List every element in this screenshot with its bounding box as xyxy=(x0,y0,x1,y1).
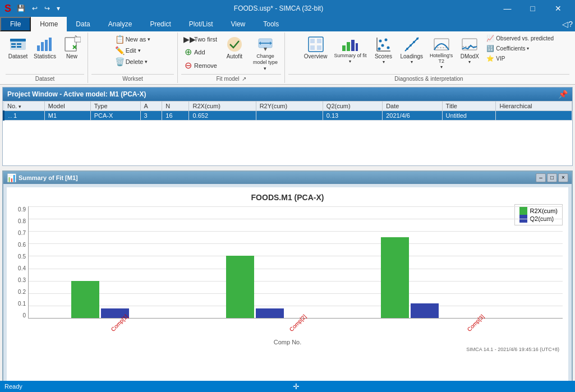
cell-dot: …1 xyxy=(4,110,45,120)
cell-title: Untitled xyxy=(442,110,496,120)
coeff-arrow: ▾ xyxy=(527,46,529,51)
vip-btn[interactable]: ⭐ VIP xyxy=(484,54,556,63)
svg-point-27 xyxy=(384,39,387,41)
table-row[interactable]: …1 M1 PCA-X 3 16 0.652 0.13 2021/4/6 Unt… xyxy=(4,110,572,120)
hotelling-label: Hotelling'sT2 xyxy=(430,53,453,64)
tab-plotlist[interactable]: Plot/List xyxy=(180,17,222,31)
svg-rect-12 xyxy=(75,37,81,42)
hotelling-btn[interactable]: Hotelling'sT2 ▾ xyxy=(427,34,455,71)
x-labels: Comp[1] Comp[2] Comp[3] xyxy=(28,320,563,328)
chart-area: FOODS.M1 (PCA-X) R2X(cum) Q2(cum) 0.9 0.… xyxy=(7,187,568,392)
two-first-btn[interactable]: ▶▶ Two first xyxy=(181,34,219,45)
tab-view[interactable]: View xyxy=(222,17,254,31)
svg-point-26 xyxy=(379,40,381,43)
col-hierarchical[interactable]: Hierarchical xyxy=(496,101,572,110)
diagnostics-group-label: Diagnostics & interpretation xyxy=(288,74,569,82)
tab-predict[interactable]: Predict xyxy=(141,17,180,31)
y-label-09: 0.9 xyxy=(12,206,26,213)
redo-quick-btn[interactable]: ↪ xyxy=(42,3,52,13)
svg-point-15 xyxy=(227,37,242,52)
scores-btn[interactable]: Scores ▾ xyxy=(371,34,396,66)
tab-data[interactable]: Data xyxy=(67,17,99,31)
new-as-arrow: ▾ xyxy=(148,36,150,42)
coeff-label: Coefficients xyxy=(496,45,525,52)
add-label: Add xyxy=(194,49,205,56)
svg-rect-4 xyxy=(17,43,21,45)
overview-btn[interactable]: Overview xyxy=(302,34,330,61)
minimize-btn[interactable]: — xyxy=(495,0,520,17)
sof-minimize-btn[interactable]: – xyxy=(536,173,546,182)
statistics-icon xyxy=(36,35,54,53)
sof-close-btn[interactable]: × xyxy=(558,173,568,182)
change-model-arrow: ▾ xyxy=(264,66,266,71)
new-as-btn[interactable]: 📋 New as ▾ xyxy=(113,34,153,45)
col-q2[interactable]: Q2(cum) xyxy=(323,101,382,110)
col-a[interactable]: A xyxy=(140,101,162,110)
tab-analyze[interactable]: Analyze xyxy=(99,17,141,31)
fitmodel-buttons: ▶▶ Two first ⊕ Add ⊖ Remove xyxy=(181,34,281,73)
add-btn[interactable]: ⊕ Add xyxy=(181,45,219,58)
project-table: No. ▾ Model Type A N R2X(cum) R2Y(cum) Q… xyxy=(3,101,572,121)
tab-home[interactable]: Home xyxy=(31,17,67,31)
col-r2x[interactable]: R2X(cum) xyxy=(189,101,256,110)
close-btn[interactable]: ✕ xyxy=(545,0,571,17)
chart-footer: SIMCA 14.1 - 2021/4/6 19:45:16 (UTC+8) xyxy=(12,345,563,353)
col-date[interactable]: Date xyxy=(383,101,442,110)
col-model[interactable]: Model xyxy=(44,101,90,110)
dataset-btn[interactable]: Dataset xyxy=(6,34,30,61)
observed-predicted-btn[interactable]: 📈 Observed vs. predicted xyxy=(484,34,556,43)
help-nav-btn[interactable]: ◁ xyxy=(562,20,568,29)
fitmodel-expand-icon[interactable]: ↗ xyxy=(242,76,246,82)
col-title[interactable]: Title xyxy=(442,101,496,110)
delete-btn[interactable]: 🗑️ Delete ▾ xyxy=(113,56,153,67)
remove-btn[interactable]: ⊖ Remove xyxy=(181,59,219,72)
dmodx-btn[interactable]: DModX ▾ xyxy=(457,34,482,66)
bar-comp1-r2x[interactable] xyxy=(71,281,99,318)
restore-btn[interactable]: □ xyxy=(520,0,545,17)
tab-file[interactable]: File xyxy=(0,17,31,31)
sof-chart-icon: 📊 xyxy=(7,173,16,182)
ribbon-group-workset: 📋 New as ▾ ✏️ Edit ▾ 🗑️ Delete ▾ xyxy=(88,33,178,83)
pin-icon[interactable]: 📌 xyxy=(558,90,568,99)
summary-icon xyxy=(341,35,359,53)
bar-comp2-q2[interactable] xyxy=(256,308,284,318)
col-r2y[interactable]: R2Y(cum) xyxy=(256,101,323,110)
cell-q2: 0.13 xyxy=(323,110,382,120)
overview-icon xyxy=(307,35,325,53)
bar-comp3-q2[interactable] xyxy=(411,303,439,318)
col-n[interactable]: N xyxy=(162,101,189,110)
svg-point-28 xyxy=(381,44,384,47)
new-dataset-btn[interactable]: New xyxy=(59,34,84,61)
ribbon-group-diagnostics: Overview Summary of fit ▾ Scores ▾ xyxy=(285,33,573,83)
project-window: Project Window - Active model: M1 (PCA-X… xyxy=(2,87,573,166)
grid-09 xyxy=(29,206,563,207)
svg-rect-19 xyxy=(317,39,321,43)
chart-title: FOODS.M1 (PCA-X) xyxy=(12,193,563,202)
cell-model: M1 xyxy=(44,110,90,120)
grid-05 xyxy=(29,256,563,256)
change-model-type-btn[interactable]: Changemodel type ▾ xyxy=(250,34,281,73)
autofit-btn[interactable]: Autofit xyxy=(220,34,249,61)
coefficients-btn[interactable]: 🔢 Coefficients ▾ xyxy=(484,44,556,53)
col-no[interactable]: No. ▾ xyxy=(4,101,45,110)
ribbon-tab-bar: File Home Data Analyze Predict Plot/List… xyxy=(0,17,575,31)
bar-comp2-r2x[interactable] xyxy=(226,256,254,318)
undo-quick-btn[interactable]: ↩ xyxy=(30,3,40,13)
hotelling-arrow: ▾ xyxy=(440,64,443,70)
col-type[interactable]: Type xyxy=(90,101,140,110)
grid-08 xyxy=(29,219,563,219)
fitmodel-col3: Changemodel type ▾ xyxy=(250,34,281,73)
summary-of-fit-btn[interactable]: Summary of fit ▾ xyxy=(332,34,369,66)
statistics-btn[interactable]: Statistics xyxy=(31,34,58,61)
dropdown-quick-btn[interactable]: ▾ xyxy=(54,3,62,13)
loadings-btn[interactable]: Loadings ▾ xyxy=(398,34,426,66)
tab-tools[interactable]: Tools xyxy=(254,17,288,31)
sof-restore-btn[interactable]: □ xyxy=(547,173,557,182)
hotelling-icon xyxy=(433,35,450,53)
quick-access-toolbar: 💾 ↩ ↪ ▾ xyxy=(15,3,62,13)
help-btn[interactable]: ? xyxy=(568,20,573,29)
statistics-label: Statistics xyxy=(34,53,56,59)
bar-comp3-r2x[interactable] xyxy=(381,237,409,318)
edit-btn[interactable]: ✏️ Edit ▾ xyxy=(113,45,153,56)
save-quick-btn[interactable]: 💾 xyxy=(15,3,27,13)
